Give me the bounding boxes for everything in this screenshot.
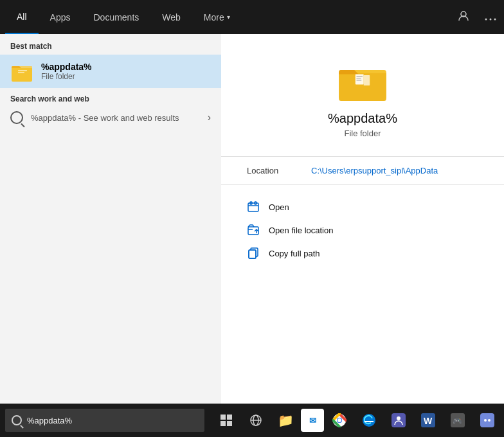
task-view-icon[interactable] <box>242 406 270 434</box>
svg-rect-8 <box>18 72 24 73</box>
web-search-item[interactable]: %appdata% - See work and web results › <box>0 106 221 129</box>
result-text: %appdata% File folder <box>41 62 92 81</box>
search-work-web-label: Search work and web <box>0 88 221 106</box>
user-icon[interactable] <box>455 8 472 27</box>
taskbar-search-text: %appdata% <box>27 416 72 425</box>
tab-more[interactable]: More ▾ <box>192 0 242 34</box>
open-icon <box>247 201 260 213</box>
svg-point-2 <box>490 18 492 20</box>
main-area: Best match %appdata% File folder S <box>0 34 504 404</box>
svg-rect-22 <box>221 415 226 420</box>
app-subtitle: File folder <box>344 129 381 138</box>
more-arrow-icon: ▾ <box>227 13 230 21</box>
svg-rect-14 <box>356 80 361 80</box>
svg-rect-10 <box>356 74 364 84</box>
discord-icon[interactable] <box>473 406 501 434</box>
edge-icon[interactable] <box>355 406 383 434</box>
result-item-appdata[interactable]: %appdata% File folder <box>0 55 221 88</box>
result-subtitle: File folder <box>41 72 92 81</box>
location-label: Location <box>247 166 311 175</box>
svg-rect-25 <box>227 421 232 426</box>
action-copy-full-path[interactable]: Copy full path <box>247 242 478 265</box>
svg-point-3 <box>494 18 496 20</box>
location-value[interactable]: C:\Users\erpsupport_sipl\AppData <box>311 166 438 175</box>
start-button[interactable] <box>212 406 240 434</box>
svg-rect-23 <box>227 415 232 420</box>
tab-apps[interactable]: Apps <box>39 0 82 34</box>
action-open-file-location-label: Open file location <box>269 226 333 235</box>
svg-rect-7 <box>18 70 27 71</box>
action-open-label: Open <box>269 202 289 212</box>
taskbar-search-icon <box>12 415 22 425</box>
app-title: %appdata% <box>328 111 397 126</box>
left-panel: Best match %appdata% File folder S <box>0 34 221 404</box>
copy-full-path-icon <box>247 247 260 260</box>
svg-rect-12 <box>356 76 363 77</box>
svg-point-41 <box>488 419 491 422</box>
svg-point-1 <box>485 18 487 20</box>
actions-section: Open Open file location <box>221 184 504 275</box>
svg-rect-6 <box>19 68 21 70</box>
folder-icon-small <box>10 60 33 83</box>
svg-point-34 <box>397 416 401 420</box>
action-copy-full-path-label: Copy full path <box>269 249 320 258</box>
svg-rect-20 <box>249 250 256 258</box>
taskbar-search[interactable]: %appdata% <box>5 409 204 432</box>
open-file-location-icon <box>247 224 260 236</box>
svg-point-40 <box>484 419 487 422</box>
tab-documents[interactable]: Documents <box>82 0 150 34</box>
taskbar: %appdata% 📁 ✉ <box>0 404 504 437</box>
svg-point-31 <box>338 418 341 422</box>
best-match-label: Best match <box>0 34 221 55</box>
svg-rect-15 <box>248 203 258 211</box>
action-open-file-location[interactable]: Open file location <box>247 219 478 242</box>
nav-icons <box>455 8 499 27</box>
svg-rect-39 <box>480 413 494 427</box>
ellipsis-icon[interactable] <box>482 9 499 26</box>
svg-rect-13 <box>356 78 361 78</box>
location-row: Location C:\Users\erpsupport_sipl\AppDat… <box>221 156 504 184</box>
chrome-icon[interactable] <box>325 406 354 434</box>
svg-text:🎮: 🎮 <box>453 416 462 425</box>
taskbar-icons: 📁 ✉ <box>212 406 501 434</box>
result-title: %appdata% <box>41 62 92 72</box>
web-search-text: %appdata% - See work and web results <box>31 113 179 123</box>
right-panel: %appdata% File folder Location C:\Users\… <box>221 34 504 404</box>
teams-icon[interactable] <box>384 406 413 434</box>
svg-text:W: W <box>424 416 433 426</box>
action-open[interactable]: Open <box>247 195 478 219</box>
word-icon[interactable]: W <box>414 406 442 434</box>
folder-icon-large <box>337 60 388 101</box>
arrow-right-icon: › <box>208 112 211 123</box>
app-icon-1[interactable]: 🎮 <box>444 406 472 434</box>
search-icon <box>10 111 23 124</box>
svg-rect-11 <box>364 75 370 85</box>
file-explorer-icon[interactable]: 📁 <box>271 406 300 434</box>
tab-all[interactable]: All <box>5 0 39 34</box>
top-nav: All Apps Documents Web More ▾ <box>0 0 504 34</box>
svg-rect-24 <box>221 421 226 426</box>
tab-web[interactable]: Web <box>150 0 192 34</box>
outlook-icon[interactable]: ✉ <box>301 409 324 432</box>
